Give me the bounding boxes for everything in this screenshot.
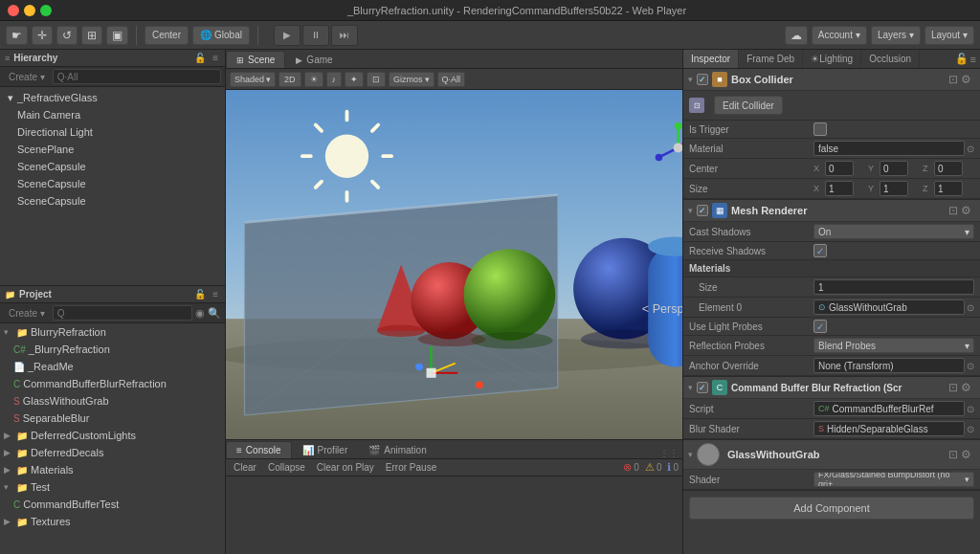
tree-folder-deferredlights[interactable]: ▶ 📁 DeferredCustomLights [0,427,225,444]
hierarchy-item-scenecapsule3[interactable]: SceneCapsule [0,192,225,210]
error-pause-button[interactable]: Error Pause [382,461,440,474]
minimize-btn[interactable] [24,5,35,16]
hierarchy-create-btn[interactable]: Create ▾ [4,70,50,84]
hierarchy-item-directionallight[interactable]: Directional Light [0,123,225,141]
tree-folder-materials[interactable]: ▶ 📁 Materials [0,461,225,478]
blur-shader-field[interactable]: S Hidden/SeparableGlass [813,421,965,436]
gear-icon[interactable]: ⚙ [961,204,971,217]
hierarchy-lock-btn[interactable]: 🔓 [192,53,208,63]
box-collider-header[interactable]: ▾ ✓ ■ Box Collider ⊡ ⚙ [683,69,980,91]
material-field[interactable]: false [813,141,965,156]
anchor-override-circle-btn[interactable]: ⊙ [967,361,974,371]
hierarchy-item-refractiveglass[interactable]: ▾ _RefractiveGlass [0,89,225,106]
rect-tool-btn[interactable]: ▣ [106,26,128,45]
audio-btn[interactable]: ♪ [326,72,343,87]
layout-dropdown[interactable]: Layout ▾ [924,26,974,45]
gear-icon[interactable]: ⚙ [961,73,971,86]
clear-button[interactable]: Clear [230,461,260,474]
tree-file-cmdbufferblur[interactable]: C CommandBufferBlurRefraction [0,375,225,392]
box-collider-enable-checkbox[interactable]: ✓ [697,74,708,85]
mesh-renderer-header[interactable]: ▾ ✓ ▦ Mesh Renderer ⊡ ⚙ [683,200,980,222]
script-field[interactable]: C# CommandBufferBlurRef [813,401,965,416]
project-create-btn[interactable]: Create ▾ [4,306,50,321]
tree-file-readme[interactable]: 📄 _ReadMe [0,358,225,375]
fx-btn[interactable]: ✦ [345,72,364,87]
glass-shader-dropdown[interactable]: FX/Glass/Stained BumpDistort (no gri+ ▾ [813,472,974,487]
script-circle-btn[interactable]: ⊙ [967,404,974,414]
tab-animation[interactable]: 🎬 Animation [358,441,436,458]
project-tool-icon-1[interactable]: ◉ [195,307,205,320]
size-z-input[interactable] [934,181,963,196]
lighting-btn[interactable]: ☀ [304,72,323,87]
hierarchy-search-input[interactable] [53,69,221,84]
inspector-lock-icon[interactable]: 🔓 [955,53,969,65]
tree-file-glasswithoutgrab[interactable]: S GlassWithoutGrab [0,392,225,410]
global-local-btn[interactable]: 🌐 Global [192,26,250,45]
tree-file-blurryrefraction[interactable]: C# _BlurryRefraction [0,341,225,358]
shading-mode-dropdown[interactable]: Shaded ▾ [230,72,276,87]
hierarchy-item-scenecapsule1[interactable]: SceneCapsule [0,158,225,175]
gear-icon[interactable]: ⚙ [961,381,971,394]
glass-material-header[interactable]: ▾ GlassWithoutGrab ⊡ ⚙ [683,440,980,470]
project-search-input[interactable] [53,305,192,321]
inspector-tab-inspector[interactable]: Inspector [683,50,739,69]
account-dropdown[interactable]: Account ▾ [812,26,867,45]
mesh-renderer-enable-checkbox[interactable]: ✓ [697,205,708,216]
inspector-tab-lighting[interactable]: ☀ Lighting [803,50,861,69]
tree-file-cmdbuffertest[interactable]: C CommandBufferTest [0,496,225,513]
edit-collider-button[interactable]: Edit Collider [714,96,783,115]
anchor-override-field[interactable]: None (Transform) [813,358,965,373]
material-circle-btn[interactable]: ⊙ [967,144,974,154]
tree-file-separableblur[interactable]: S SeparableBlur [0,410,225,427]
gizmos-dropdown[interactable]: Gizmos ▾ [389,72,434,87]
project-tool-icon-2[interactable]: 🔍 [208,307,221,320]
tree-folder-textures[interactable]: ▶ 📁 Textures [0,513,225,530]
maximize-btn[interactable] [40,5,52,16]
center-pivot-btn[interactable]: Center [145,26,189,45]
center-x-input[interactable] [825,161,854,176]
tree-folder-deferreddecals[interactable]: ▶ 📁 DeferredDecals [0,444,225,461]
inspector-tab-framedebugger[interactable]: Frame Deb [739,50,803,69]
rotate-tool-btn[interactable]: ↺ [56,26,78,45]
tab-scene[interactable]: ⊞ Scene [226,51,285,68]
tab-game[interactable]: ▶ Game [285,51,343,68]
element0-field[interactable]: ⊙ GlassWithoutGrab [813,299,965,315]
cmd-buffer-enable-checkbox[interactable]: ✓ [697,382,708,393]
cmd-buffer-header[interactable]: ▾ ✓ C Command Buffer Blur Refraction (Sc… [683,377,980,399]
reflection-probes-dropdown[interactable]: Blend Probes ▾ [813,338,974,353]
use-light-probes-checkbox[interactable]: ✓ [813,320,827,333]
add-component-button[interactable]: Add Component [689,497,974,520]
scale-tool-btn[interactable]: ⊞ [81,26,102,45]
hierarchy-item-sceneplane[interactable]: ScenePlane [0,141,225,158]
center-y-input[interactable] [880,161,908,176]
settings-icon[interactable]: ⊡ [948,381,958,394]
gear-icon[interactable]: ⚙ [961,448,971,461]
is-trigger-checkbox[interactable] [813,122,827,136]
hand-tool-btn[interactable]: ☛ [6,26,28,45]
hierarchy-menu-btn[interactable]: ≡ [211,53,220,63]
scene-extras-btn[interactable]: ⊡ [367,72,386,87]
play-button[interactable]: ▶ [274,25,301,46]
center-z-input[interactable] [934,161,963,176]
step-button[interactable]: ⏭ [331,25,358,46]
collapse-button[interactable]: Collapse [264,461,309,474]
pause-button[interactable]: ⏸ [302,25,329,46]
inspector-menu-icon[interactable]: ≡ [970,54,976,65]
receive-shadows-checkbox[interactable]: ✓ [813,244,827,257]
settings-icon[interactable]: ⊡ [948,204,958,217]
settings-icon[interactable]: ⊡ [948,448,958,461]
tab-profiler[interactable]: 📊 Profiler [292,441,359,458]
tab-console[interactable]: ≡ Console [226,441,292,458]
view-2d-btn[interactable]: 2D [278,72,301,87]
cast-shadows-dropdown[interactable]: On ▾ [813,224,974,239]
tree-folder-test[interactable]: ▾ 📁 Test [0,478,225,496]
move-tool-btn[interactable]: ✛ [32,26,53,45]
inspector-tab-occlusion[interactable]: Occlusion [861,50,920,69]
blur-shader-circle-btn[interactable]: ⊙ [967,424,974,434]
project-lock-btn[interactable]: 🔓 [192,289,208,299]
materials-size-input[interactable] [813,279,974,295]
clear-on-play-button[interactable]: Clear on Play [313,461,378,474]
project-menu-btn[interactable]: ≡ [211,289,220,299]
cloud-icon[interactable]: ☁ [785,26,808,45]
hierarchy-item-maincamera[interactable]: Main Camera [0,106,225,123]
